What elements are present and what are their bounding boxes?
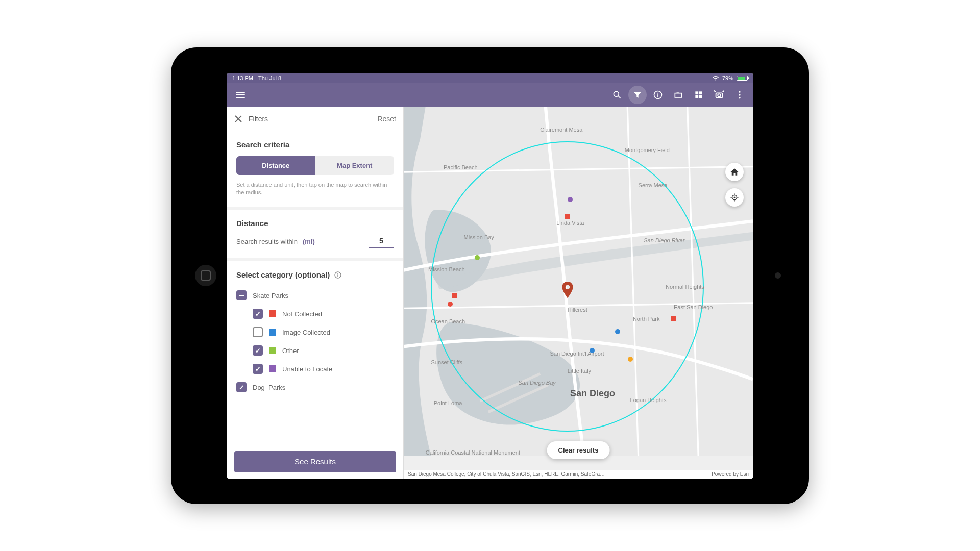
map-attribution: San Diego Mesa College, City of Chula Vi… (404, 470, 753, 479)
basemap-icon (673, 90, 683, 100)
checkbox[interactable] (236, 290, 247, 300)
attribution-brand[interactable]: Esri (740, 471, 749, 477)
svg-point-16 (739, 94, 740, 95)
tablet-home-button[interactable] (195, 265, 216, 286)
filter-button[interactable] (628, 86, 647, 104)
color-swatch (269, 329, 276, 336)
svg-rect-4 (657, 94, 658, 97)
search-criteria-title: Search criteria (236, 140, 394, 149)
close-icon (234, 115, 242, 123)
menu-button[interactable] (231, 86, 250, 104)
camera-capture-icon (714, 89, 725, 101)
distance-unit[interactable]: (mi) (303, 238, 315, 245)
hamburger-icon (236, 92, 245, 98)
clear-results-button[interactable]: Clear results (547, 441, 610, 459)
map-feature-marker[interactable] (565, 214, 570, 219)
map-feature-marker[interactable] (475, 255, 480, 260)
checkbox[interactable] (253, 364, 263, 374)
svg-point-17 (739, 97, 740, 98)
criteria-hint: Set a distance and unit, then tap on the… (236, 181, 394, 197)
svg-point-19 (338, 273, 339, 274)
svg-point-15 (739, 91, 740, 92)
home-icon (730, 167, 739, 177)
reset-button[interactable]: Reset (377, 115, 396, 123)
status-time: 1:13 PM (232, 75, 253, 81)
overflow-button[interactable] (730, 86, 749, 104)
search-criteria-section: Search criteria Distance Map Extent Set … (227, 131, 403, 207)
category-item[interactable]: Image Collected (236, 323, 394, 341)
category-title: Select category (optional) (236, 270, 330, 279)
tablet-frame: 1:13 PM Thu Jul 8 79% (171, 47, 809, 504)
filters-title: Filters (249, 115, 268, 123)
checkbox[interactable] (253, 309, 263, 319)
checkbox[interactable] (253, 345, 263, 356)
category-item[interactable]: Not Collected (236, 305, 394, 323)
close-filters-button[interactable] (234, 115, 242, 123)
svg-line-1 (619, 96, 621, 98)
category-section: Select category (optional) Skate ParksNo… (227, 258, 403, 407)
category-list: Skate ParksNot CollectedImage CollectedO… (236, 286, 394, 396)
screen: 1:13 PM Thu Jul 8 79% (227, 73, 753, 479)
info-icon (653, 90, 663, 100)
svg-rect-12 (699, 95, 702, 98)
map-feature-marker[interactable] (568, 197, 573, 202)
tab-distance[interactable]: Distance (236, 156, 315, 175)
info-button[interactable] (649, 86, 667, 104)
map-bg-svg (404, 107, 753, 456)
home-extent-button[interactable] (725, 163, 744, 181)
svg-point-25 (734, 196, 736, 198)
attribution-sources: San Diego Mesa College, City of Chula Vi… (408, 471, 605, 477)
see-results-button[interactable]: See Results (234, 451, 396, 472)
checkbox[interactable] (236, 382, 247, 392)
category-item[interactable]: Unable to Locate (236, 360, 394, 378)
tab-map-extent[interactable]: Map Extent (315, 156, 395, 175)
wifi-icon (712, 76, 719, 81)
location-pin-icon[interactable] (561, 282, 574, 298)
map-feature-marker[interactable] (615, 329, 620, 334)
category-item-label: Other (282, 347, 299, 355)
locate-me-button[interactable] (725, 188, 744, 207)
color-swatch (269, 365, 276, 372)
basemap-button[interactable] (669, 86, 688, 104)
layout-button[interactable] (690, 86, 708, 104)
svg-point-8 (678, 92, 679, 93)
category-group[interactable]: Skate Parks (236, 286, 394, 305)
capture-button[interactable] (710, 86, 728, 104)
app-bar (227, 83, 753, 107)
color-swatch (269, 347, 276, 354)
category-item-label: Image Collected (282, 329, 330, 336)
svg-point-3 (657, 92, 658, 93)
map-feature-marker[interactable] (590, 348, 595, 353)
attribution-prefix: Powered by (712, 471, 740, 477)
map-canvas[interactable]: Pacific BeachClairemont MesaMontgomery F… (404, 107, 753, 479)
filters-panel: Filters Reset Search criteria Distance M… (227, 107, 404, 479)
criteria-mode-toggle: Distance Map Extent (236, 156, 394, 175)
main-content: Filters Reset Search criteria Distance M… (227, 107, 753, 479)
map-feature-marker[interactable] (448, 302, 453, 307)
distance-title: Distance (236, 219, 394, 228)
map-feature-marker[interactable] (628, 357, 633, 362)
checkbox[interactable] (253, 327, 263, 337)
category-group-label: Skate Parks (253, 292, 288, 299)
info-icon[interactable] (334, 271, 342, 279)
svg-rect-11 (695, 95, 698, 98)
svg-point-7 (677, 92, 678, 93)
category-item[interactable]: Other (236, 341, 394, 360)
distance-input[interactable] (369, 235, 394, 248)
distance-label: Search results within (236, 238, 298, 245)
svg-rect-9 (695, 91, 698, 94)
category-group[interactable]: Dog_Parks (236, 378, 394, 396)
map-feature-marker[interactable] (671, 316, 676, 321)
filters-header: Filters Reset (227, 107, 403, 131)
search-icon (612, 90, 622, 100)
ios-status-bar: 1:13 PM Thu Jul 8 79% (227, 73, 753, 83)
category-item-label: Unable to Locate (282, 365, 332, 373)
battery-icon (737, 76, 748, 81)
color-swatch (269, 310, 276, 317)
battery-pct: 79% (722, 75, 733, 81)
map-feature-marker[interactable] (452, 293, 457, 298)
category-group-label: Dog_Parks (253, 384, 285, 391)
locate-icon (730, 193, 739, 202)
status-date: Thu Jul 8 (258, 75, 281, 81)
search-button[interactable] (608, 86, 626, 104)
